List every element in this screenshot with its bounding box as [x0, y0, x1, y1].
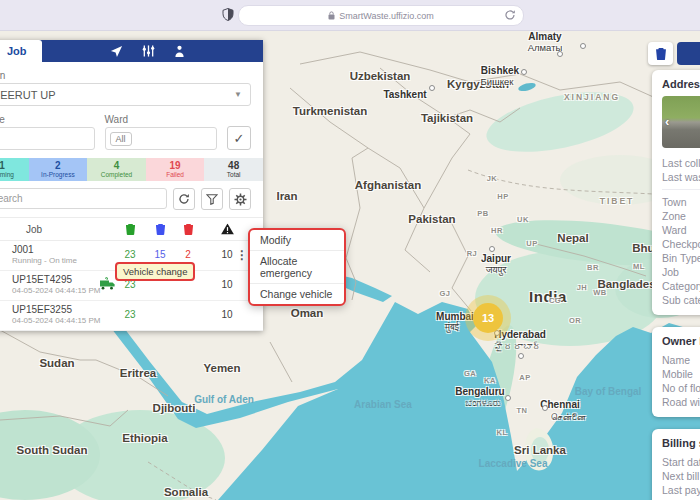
address-bar[interactable]: SmartWaste.uffizio.com — [238, 5, 524, 26]
settings-button[interactable] — [229, 188, 251, 210]
refresh-icon[interactable] — [504, 9, 516, 21]
map-label: Djibouti — [153, 402, 196, 414]
stat-completed[interactable]: 4Completed — [87, 158, 146, 181]
job-table-header: Job — [0, 217, 263, 241]
map-label: Ethiopia — [122, 432, 167, 444]
stat-total[interactable]: 48Total — [204, 158, 263, 181]
refresh-button[interactable] — [173, 188, 195, 210]
panel-collapse-button[interactable] — [677, 42, 700, 65]
vehicle-truck-icon — [100, 277, 116, 290]
detail-field-label: Name — [662, 353, 700, 367]
photo-prev-arrow[interactable]: ‹ — [665, 114, 669, 129]
detail-field-label: Last payment — [662, 483, 700, 497]
blue-bin-icon — [147, 223, 173, 235]
map-label: Jaipur — [481, 253, 511, 264]
town-dropdown[interactable]: MEERUT UP ▼ — [0, 83, 251, 106]
map-label: OR — [569, 316, 581, 325]
lock-icon — [328, 11, 335, 20]
job-timestamp: 04-05-2024 04:44:15 PM — [12, 316, 101, 325]
map-label: JK — [487, 174, 498, 183]
chevron-down-icon: ▼ — [234, 90, 242, 99]
search-input[interactable] — [0, 188, 167, 209]
stat-failed[interactable]: 19Failed — [146, 158, 205, 181]
apply-filters-button[interactable]: ✓ — [227, 126, 251, 150]
tab-job[interactable]: Job — [0, 40, 42, 62]
map-label: Afghanistan — [355, 179, 421, 191]
map-label: Oman — [291, 307, 324, 319]
stat-upcoming[interactable]: 21Upcoming — [0, 158, 29, 181]
trash-icon — [655, 47, 667, 60]
zone-label: Zone — [0, 114, 95, 125]
map-label: Бишкек — [481, 76, 514, 87]
green-count: 23 — [117, 249, 143, 260]
job-column-header: Job — [0, 224, 42, 235]
map-marker-dot[interactable] — [557, 51, 563, 57]
person-pin-icon[interactable] — [174, 45, 185, 58]
row-context-menu: ModifyAllocate emergencyChange vehicle — [248, 228, 346, 306]
shield-icon[interactable] — [222, 8, 234, 21]
map-label: Turkmenistan — [293, 105, 368, 117]
tune-filter-icon[interactable] — [142, 45, 155, 57]
map-cluster-marker[interactable]: 13 — [473, 303, 503, 333]
menu-item[interactable]: Allocate emergency — [250, 250, 344, 283]
menu-item[interactable]: Modify — [250, 230, 344, 250]
stat-in-progress[interactable]: 2In-Progress — [29, 158, 88, 181]
map-label: Yemen — [203, 362, 240, 374]
status-summary: 21Upcoming 2In-Progress 4Completed 19Fai… — [0, 158, 263, 181]
town-label: Town — [0, 70, 251, 81]
table-row[interactable]: UP15EF325504-05-2024 04:44:15 PM 23 10 — [0, 301, 263, 331]
job-panel-header: Job — [0, 40, 263, 62]
map-marker-dot[interactable] — [518, 353, 524, 359]
map-label: హైదరాబాద్ — [494, 341, 542, 352]
map-label: Uzbekistan — [350, 70, 411, 82]
billing-card: Billing status Start dateNext bill dateL… — [652, 429, 700, 500]
map-marker-dot[interactable] — [429, 85, 435, 91]
detail-field-label: Town — [662, 195, 700, 209]
map-label: BR — [587, 263, 599, 272]
map-label: Eritrea — [120, 367, 156, 379]
map-marker-dot[interactable] — [542, 405, 548, 411]
map-label: Sri Lanka — [514, 444, 566, 456]
map-label: Nepal — [557, 232, 588, 244]
map-label: GJ — [439, 289, 450, 298]
map-label: Gulf of Aden — [194, 394, 254, 405]
map-label: JH — [577, 283, 588, 292]
map-label: UP — [526, 239, 537, 248]
ward-input[interactable]: All — [105, 127, 218, 150]
billing-card-title: Billing status — [662, 437, 700, 449]
map-marker-dot[interactable] — [489, 246, 495, 252]
menu-item[interactable]: Change vehicle — [250, 283, 344, 304]
map-label: Laccadive Sea — [479, 458, 548, 469]
filter-button[interactable] — [201, 188, 223, 210]
red-count: 2 — [175, 249, 201, 260]
map-label: Tashkent — [383, 89, 426, 100]
detail-field-label: Zone — [662, 209, 700, 223]
map-label: சென்னை — [550, 411, 585, 423]
map-marker-dot[interactable] — [521, 69, 527, 75]
alert-icon — [214, 224, 240, 235]
detail-field-label: Next bill date — [662, 469, 700, 483]
detail-field-label: Bin Type — [662, 251, 700, 265]
map-label: KL — [497, 428, 508, 437]
job-timestamp: 04-05-2024 04:44:15 PM — [12, 286, 101, 295]
map-label: UK — [517, 215, 529, 224]
map-label: PB — [477, 209, 488, 218]
navigation-icon[interactable] — [110, 45, 123, 58]
bin-tool-button[interactable] — [648, 42, 673, 65]
map-label: Arabian Sea — [354, 399, 412, 410]
owner-card-title: Owner Details — [662, 335, 700, 347]
ward-all-chip[interactable]: All — [110, 132, 132, 146]
row-menu-icon[interactable]: ⋮ — [236, 248, 248, 262]
map-marker-dot[interactable] — [505, 395, 511, 401]
map-label: HP — [497, 192, 508, 201]
map-marker-dot[interactable] — [580, 43, 586, 49]
blue-count: 15 — [147, 249, 173, 260]
map-label: TN — [517, 406, 528, 415]
zone-input[interactable] — [0, 127, 95, 150]
job-id: J001 — [12, 244, 77, 255]
map-label: ಬೆಂಗಳೂರು — [465, 397, 500, 409]
detail-field-label: Sub category — [662, 293, 700, 307]
red-bin-icon — [175, 223, 201, 235]
map-label: Bay of Bengal — [575, 386, 642, 397]
map-label: RJ — [467, 249, 478, 258]
